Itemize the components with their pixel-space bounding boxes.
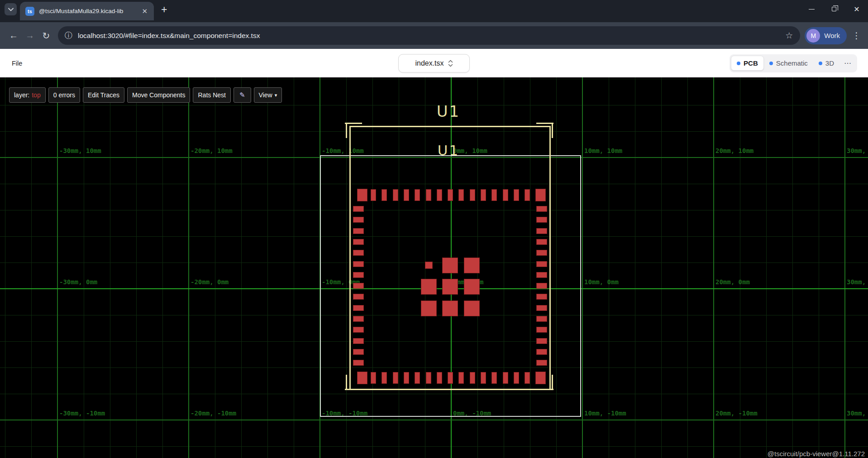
view-tab-schematic[interactable]: Schematic	[764, 56, 813, 71]
pcb-pad[interactable]	[536, 294, 547, 300]
pcb-pad[interactable]	[536, 338, 547, 344]
pcb-pad[interactable]	[535, 372, 546, 384]
pcb-pad[interactable]	[536, 283, 547, 289]
pcb-pad[interactable]	[536, 250, 547, 256]
pcb-pad[interactable]	[535, 189, 546, 201]
component-file-selector[interactable]: index.tsx	[398, 54, 470, 72]
pcb-pad[interactable]	[393, 372, 398, 384]
site-info-icon[interactable]: ⓘ	[65, 30, 72, 41]
file-menu[interactable]: File	[12, 60, 22, 67]
pcb-pad[interactable]	[536, 360, 547, 366]
pcb-pad[interactable]	[426, 372, 431, 384]
pcb-pad[interactable]	[421, 279, 437, 295]
pcb-pad[interactable]	[357, 372, 367, 384]
view-menu-button[interactable]: View ▾	[254, 87, 282, 103]
pcb-pad[interactable]	[437, 189, 442, 201]
pcb-pad[interactable]	[470, 189, 475, 201]
pcb-pad[interactable]	[353, 217, 364, 223]
pcb-pad[interactable]	[442, 301, 458, 316]
pcb-canvas[interactable]: layer: top 0 errors Edit Traces Move Com…	[0, 77, 868, 458]
pcb-pad[interactable]	[536, 272, 547, 278]
pcb-pad[interactable]	[353, 206, 364, 212]
back-button[interactable]: ←	[5, 28, 22, 44]
new-tab-button[interactable]: +	[161, 4, 167, 16]
rats-nest-button[interactable]: Rats Nest	[193, 87, 230, 103]
pcb-pad[interactable]	[448, 189, 453, 201]
view-tab-3d[interactable]: 3D	[813, 56, 839, 71]
pcb-pad[interactable]	[442, 279, 458, 295]
edit-traces-button[interactable]: Edit Traces	[83, 87, 124, 103]
pcb-pad[interactable]	[481, 189, 486, 201]
pcb-pad[interactable]	[536, 305, 547, 311]
forward-button[interactable]: →	[22, 28, 38, 44]
pcb-pad[interactable]	[404, 189, 409, 201]
view-tab-pcb[interactable]: PCB	[731, 56, 764, 71]
pcb-pad[interactable]	[353, 261, 364, 267]
pcb-pad[interactable]	[536, 261, 547, 267]
pcb-pad[interactable]	[353, 305, 364, 311]
pcb-pad[interactable]	[357, 189, 367, 201]
pcb-pad[interactable]	[536, 239, 547, 245]
browser-menu-icon[interactable]: ⋮	[852, 30, 861, 41]
pcb-pad[interactable]	[536, 228, 547, 234]
pcb-pad[interactable]	[442, 258, 458, 273]
pcb-pad[interactable]	[503, 189, 508, 201]
pcb-pad[interactable]	[464, 301, 480, 316]
pcb-pad[interactable]	[353, 327, 364, 333]
pcb-pad[interactable]	[353, 338, 364, 344]
edit-pencil-button[interactable]: ✎	[234, 87, 251, 103]
pcb-pad[interactable]	[481, 372, 486, 384]
pcb-pad[interactable]	[525, 189, 530, 201]
pcb-pad[interactable]	[353, 349, 364, 355]
pcb-pad[interactable]	[536, 316, 547, 322]
url-text[interactable]: localhost:3020/#file=index.tsx&main_comp…	[78, 32, 260, 40]
pcb-pad[interactable]	[426, 189, 431, 201]
tab-close-icon[interactable]: ✕	[140, 6, 149, 16]
pcb-pad[interactable]	[353, 228, 364, 234]
pcb-pad[interactable]	[470, 372, 475, 384]
pcb-pad[interactable]	[353, 283, 364, 289]
view-more-icon[interactable]: ⋯	[839, 59, 856, 67]
pcb-pad[interactable]	[464, 258, 480, 273]
pcb-pad[interactable]	[382, 372, 387, 384]
pcb-pad[interactable]	[371, 372, 376, 384]
window-restore-button[interactable]	[823, 0, 845, 18]
pcb-pad[interactable]	[421, 301, 437, 316]
pcb-pad[interactable]	[393, 189, 398, 201]
pcb-pad[interactable]	[536, 327, 547, 333]
browser-profile[interactable]: M Work	[805, 27, 847, 44]
pcb-pad[interactable]	[415, 372, 420, 384]
pcb-pad[interactable]	[491, 372, 497, 384]
pcb-pad[interactable]	[491, 189, 497, 201]
pcb-pad[interactable]	[415, 189, 420, 201]
pcb-pad[interactable]	[448, 372, 453, 384]
layer-button[interactable]: layer: top	[9, 87, 46, 103]
pcb-pad[interactable]	[536, 206, 547, 212]
pcb-pad[interactable]	[458, 372, 464, 384]
pcb-pad[interactable]	[437, 372, 442, 384]
pcb-pad[interactable]	[353, 316, 364, 322]
pcb-pad[interactable]	[353, 294, 364, 300]
pcb-pad[interactable]	[404, 372, 409, 384]
pcb-pad[interactable]	[514, 189, 519, 201]
pcb-pad[interactable]	[425, 262, 433, 269]
pcb-pad[interactable]	[458, 189, 464, 201]
pcb-pad[interactable]	[353, 239, 364, 245]
browser-tab[interactable]: ts @tsci/MustafaMulla29.kicad-lib ✕	[20, 2, 154, 20]
errors-button[interactable]: 0 errors	[48, 87, 80, 103]
pcb-pad[interactable]	[536, 349, 547, 355]
pcb-pad[interactable]	[525, 372, 530, 384]
pcb-pad[interactable]	[536, 217, 547, 223]
tab-search-button[interactable]	[5, 3, 17, 15]
url-omnibox[interactable]: ⓘ localhost:3020/#file=index.tsx&main_co…	[58, 26, 800, 45]
pcb-pad[interactable]	[353, 360, 364, 366]
pcb-pad[interactable]	[382, 189, 387, 201]
pcb-pad[interactable]	[464, 279, 480, 295]
pcb-pad[interactable]	[514, 372, 519, 384]
reload-button[interactable]: ↻	[38, 28, 54, 44]
bookmark-star-icon[interactable]: ☆	[785, 30, 793, 41]
window-close-button[interactable]: ✕	[845, 0, 868, 18]
pcb-pad[interactable]	[503, 372, 508, 384]
window-minimize-button[interactable]	[800, 0, 823, 18]
pcb-pad[interactable]	[353, 272, 364, 278]
